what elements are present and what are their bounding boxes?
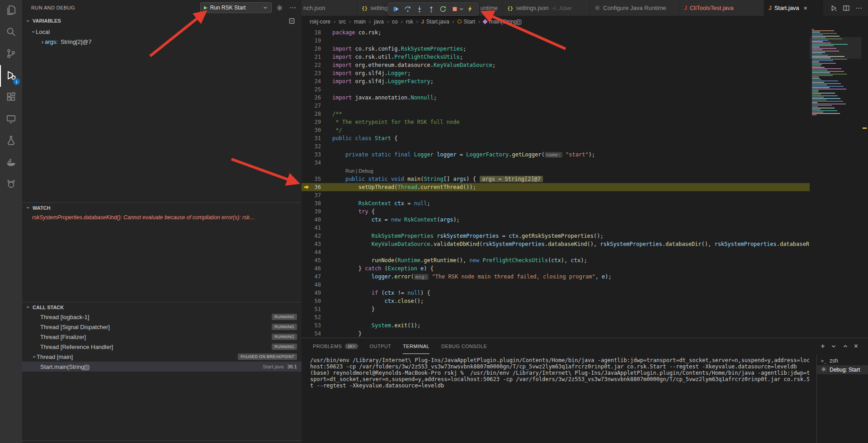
debug-config-dropdown[interactable]: ▶ Run RSK Start — [200, 2, 272, 13]
minimap[interactable] — [810, 28, 861, 338]
line-number-gutter[interactable]: 28 — [302, 110, 321, 118]
line-number-gutter[interactable]: 48 — [302, 281, 321, 289]
terminal-picker-chevron-icon[interactable] — [830, 343, 837, 349]
terminal-entry-debug-start[interactable]: Debug: Start — [817, 365, 868, 374]
variables-scope-local[interactable]: › Local — [22, 27, 302, 37]
activity-extensions[interactable] — [0, 87, 22, 108]
line-number-gutter[interactable]: 33 — [302, 151, 321, 159]
new-terminal-icon[interactable]: + — [821, 342, 825, 350]
line-number-gutter[interactable]: 43 — [302, 240, 321, 248]
line-number-gutter[interactable]: 52 — [302, 313, 321, 321]
breadcrumb-item-main-string-[interactable]: main(String[]) — [483, 19, 522, 25]
chevron-down-icon[interactable] — [458, 4, 464, 14]
breadcrumb-item-start-java[interactable]: JStart.java — [421, 19, 449, 25]
panel-tab-terminal[interactable]: TERMINAL — [403, 338, 429, 354]
tab-configure-java-runtime[interactable]: Configure Java Runtime — [590, 0, 679, 16]
line-number-gutter[interactable]: 27 — [302, 102, 321, 110]
call-stack-thread-row[interactable]: Thread [Reference Handler]RUNNING — [22, 342, 302, 352]
activity-remote-explorer[interactable] — [0, 108, 22, 130]
call-stack-thread-row[interactable]: Thread [logback-1]RUNNING — [22, 312, 302, 322]
call-stack-section-header[interactable]: › CALL STACK — [22, 302, 302, 312]
line-number-gutter[interactable]: 31 — [302, 134, 321, 142]
editor-scrollbar[interactable] — [861, 28, 868, 338]
line-number-gutter[interactable]: 42 — [302, 232, 321, 240]
line-number-gutter[interactable]: 23 — [302, 69, 321, 77]
line-number-gutter[interactable]: 41 — [302, 224, 321, 232]
terminal-entry-zsh[interactable]: >_zsh — [817, 356, 868, 365]
line-number-gutter[interactable]: 40 — [302, 216, 321, 224]
collapse-all-icon[interactable] — [288, 18, 295, 26]
split-editor-icon[interactable] — [843, 5, 850, 12]
line-number-gutter[interactable]: 47 — [302, 273, 321, 281]
maximize-panel-icon[interactable] — [842, 343, 849, 349]
breakpoints-section-header[interactable]: › BREAKPOINTS — [22, 440, 302, 443]
tab-settings-json[interactable]: {}settings.json~/.../User — [503, 0, 590, 16]
step-out-icon[interactable] — [425, 4, 437, 14]
panel-tab-debug-console[interactable]: DEBUG CONSOLE — [441, 338, 487, 354]
activity-run-and-debug[interactable]: 1 — [0, 65, 22, 87]
line-number-gutter[interactable]: 38 — [302, 199, 321, 207]
line-number-gutter[interactable]: 19 — [302, 37, 321, 45]
start-debugging-icon[interactable]: ▶ — [204, 5, 208, 10]
code-editor[interactable]: 18package co.rsk;1920import co.rsk.confi… — [302, 28, 810, 339]
tab-nch-json[interactable]: nch.json — [302, 0, 357, 16]
debug-settings-gear-icon[interactable] — [275, 4, 283, 12]
panel-tab-output[interactable]: OUTPUT — [370, 338, 392, 354]
line-number-gutter[interactable]: 25 — [302, 85, 321, 94]
line-number-gutter[interactable]: 51 — [302, 305, 321, 313]
step-into-icon[interactable] — [414, 4, 425, 14]
line-number-gutter[interactable]: 29 — [302, 118, 321, 126]
tab-start-java[interactable]: JStart.java× — [764, 0, 824, 16]
line-number-gutter[interactable]: 20 — [302, 45, 321, 53]
close-panel-icon[interactable]: × — [854, 342, 858, 350]
panel-tab-problems[interactable]: PROBLEMS1K+ — [313, 338, 358, 354]
line-number-gutter[interactable]: 34 — [302, 159, 321, 167]
hot-code-replace-icon[interactable] — [464, 4, 476, 14]
watch-expression[interactable]: rskSystemProperties.databaseKind(): Cann… — [22, 212, 302, 222]
line-number-gutter[interactable]: 53 — [302, 321, 321, 330]
call-stack-thread-row[interactable]: ›Thread [main]PAUSED ON BREAKPOINT — [22, 352, 302, 362]
current-line-breakpoint-arrow[interactable] — [303, 184, 310, 190]
line-number-gutter[interactable]: 35 — [302, 175, 321, 183]
line-number-gutter[interactable]: 49 — [302, 289, 321, 297]
line-number-gutter[interactable]: 50 — [302, 297, 321, 305]
breadcrumb-item-co[interactable]: co — [392, 19, 398, 25]
line-number-gutter[interactable]: 30 — [302, 126, 321, 134]
line-number-gutter[interactable]: 32 — [302, 142, 321, 151]
breadcrumb-item-rskj-core[interactable]: rskj-core — [310, 19, 330, 25]
activity-explorer[interactable] — [0, 0, 22, 22]
call-stack-thread-row[interactable]: Thread [Signal Dispatcher]RUNNING — [22, 322, 302, 332]
more-actions-icon[interactable]: ⋯ — [289, 4, 297, 12]
variable-args[interactable]: › args: String[2]@7 — [22, 37, 302, 47]
activity-search[interactable] — [0, 22, 22, 43]
line-number-gutter[interactable]: 21 — [302, 53, 321, 61]
restart-icon[interactable] — [437, 4, 449, 14]
activity-testing[interactable] — [0, 130, 22, 152]
line-number-gutter[interactable]: 44 — [302, 248, 321, 256]
line-number-gutter[interactable]: 54 — [302, 330, 321, 338]
continue-icon[interactable] — [390, 4, 402, 14]
line-number-gutter[interactable]: 39 — [302, 207, 321, 216]
breadcrumb-item-java[interactable]: java — [374, 19, 384, 25]
run-file-icon[interactable] — [830, 5, 837, 12]
call-stack-thread-row[interactable]: Thread [Finalizer]RUNNING — [22, 332, 302, 342]
more-actions-icon[interactable]: ⋯ — [855, 4, 863, 12]
breadcrumb-item-main[interactable]: main — [354, 19, 366, 25]
line-number-gutter[interactable]: 18 — [302, 28, 321, 37]
activity-pets[interactable] — [0, 174, 22, 195]
line-number-gutter[interactable]: 22 — [302, 61, 321, 69]
breadcrumb-item-rsk[interactable]: rsk — [406, 19, 413, 25]
line-number-gutter[interactable]: 45 — [302, 256, 321, 264]
breadcrumb-item-src[interactable]: src — [339, 19, 346, 25]
watch-section-header[interactable]: › WATCH — [22, 203, 302, 212]
variables-section-header[interactable]: › VARIABLES — [22, 16, 302, 26]
stack-frame-selected[interactable]: Start.main(String[]) Start.java 36:1 — [22, 362, 302, 372]
step-over-icon[interactable] — [402, 4, 414, 14]
close-icon[interactable]: × — [804, 5, 807, 12]
breadcrumb-item-start[interactable]: Start — [458, 19, 475, 25]
tab-clitoolstest-java[interactable]: JCliToolsTest.java — [679, 0, 764, 16]
codelens-run-debug[interactable]: Run | Debug — [321, 167, 373, 175]
line-number-gutter[interactable]: 46 — [302, 264, 321, 273]
activity-source-control[interactable] — [0, 43, 22, 65]
line-number-gutter[interactable]: 37 — [302, 191, 321, 199]
